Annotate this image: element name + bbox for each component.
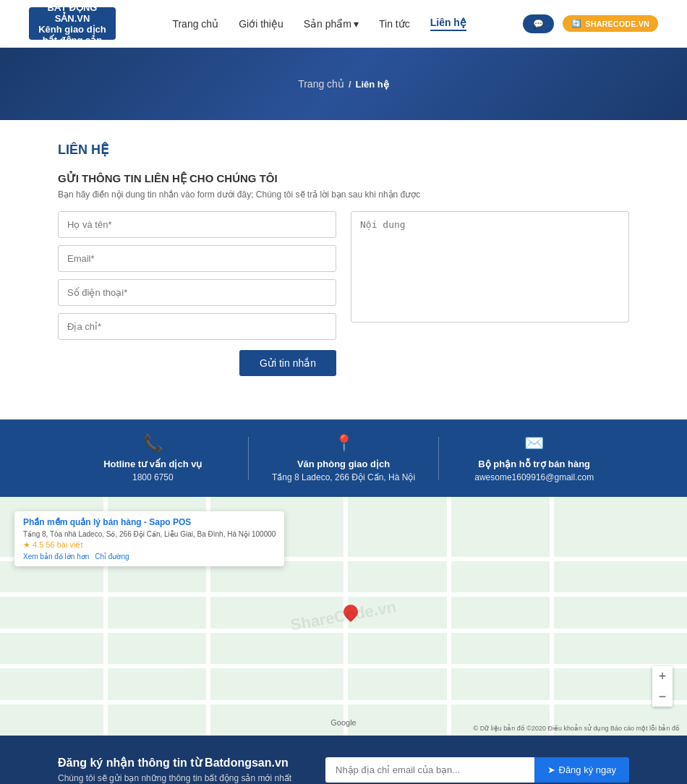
site-logo[interactable]: BẤT ĐỘNG SẢN.VN Kênh giao dịch bất động … <box>29 7 116 40</box>
newsletter-section: Đăng ký nhận thông tin từ Batdongsan.vn … <box>0 736 687 784</box>
map-link-larger[interactable]: Xem bản đồ lớn hơn <box>23 553 89 561</box>
map-zoom-out[interactable]: − <box>652 686 673 707</box>
email-input[interactable] <box>58 245 336 272</box>
info-strip: 📞 Hotline tư vấn dịch vụ 1800 6750 📍 Văn… <box>0 419 687 497</box>
google-logo: Google <box>330 718 356 727</box>
support-email: awesome1609916@gmail.com <box>439 472 629 482</box>
chevron-down-icon: ▾ <box>354 18 359 30</box>
map-zoom-in[interactable]: + <box>652 666 673 686</box>
contact-form-desc: Bạn hãy điền nội dung tin nhắn vào form … <box>58 189 629 200</box>
email-icon: ✉️ <box>439 434 629 453</box>
page-title: LIÊN HỆ <box>58 142 629 158</box>
office-title: Văn phòng giao dịch <box>249 459 439 469</box>
form-right <box>351 211 629 376</box>
map-copyright: © Dữ liệu bản đồ ©2020 Điều khoản sử dụn… <box>474 725 680 732</box>
newsletter-form: ➤ Đăng ký ngay <box>325 757 629 783</box>
contact-section: GỬI THÔNG TIN LIÊN HỆ CHO CHÚNG TÔI Bạn … <box>58 172 629 376</box>
map-container[interactable]: ShareCode.vn Phần mềm quản lý bán hàng -… <box>0 497 687 736</box>
nav-san-pham[interactable]: Sản phẩm ▾ <box>304 18 359 30</box>
map-rating: ★ 4.5 56 bài viết <box>23 540 276 550</box>
header-right: 💬 🔄 SHARECODE.VN <box>523 14 658 33</box>
support-title: Bộ phận hỗ trợ bán hàng <box>439 459 629 469</box>
hero-banner: Trang chủ / Liên hệ <box>0 48 687 120</box>
send-icon: ➤ <box>547 764 555 775</box>
hotline-number: 1800 6750 <box>58 472 248 482</box>
star-icon: ★ <box>23 540 30 549</box>
newsletter-desc: Chúng tôi sẽ gửi bạn những thông tin bất… <box>58 773 291 783</box>
address-input[interactable] <box>58 313 336 340</box>
map-zoom-controls: + − <box>652 666 673 707</box>
sharecode-badge: 🔄 SHARECODE.VN <box>563 15 658 32</box>
reviews-count: 56 bài viết <box>46 540 82 549</box>
map-bg: ShareCode.vn Phần mềm quản lý bán hàng -… <box>0 497 687 736</box>
nav-trang-chu[interactable]: Trang chủ <box>172 18 218 30</box>
newsletter-text: Đăng ký nhận thông tin từ Batdongsan.vn … <box>58 756 291 783</box>
breadcrumb-current: Liên hệ <box>356 79 389 90</box>
sharecode-icon: 🔄 <box>571 19 581 28</box>
phone-input[interactable] <box>58 279 336 306</box>
logo-area: BẤT ĐỘNG SẢN.VN Kênh giao dịch bất động … <box>29 7 116 40</box>
map-info-box: Phần mềm quản lý bán hàng - Sapo POS Tần… <box>14 511 284 566</box>
breadcrumb-home[interactable]: Trang chủ <box>298 78 344 90</box>
header: BẤT ĐỘNG SẢN.VN Kênh giao dịch bất động … <box>0 0 687 48</box>
hotline-info: 📞 Hotline tư vấn dịch vụ 1800 6750 <box>58 434 248 482</box>
chat-button[interactable]: 💬 <box>523 14 554 33</box>
rating-value: 4.5 <box>33 540 43 549</box>
logo-text: BẤT ĐỘNG SẢN.VN <box>48 2 98 24</box>
nav-tin-tuc[interactable]: Tin tức <box>379 18 410 30</box>
nav-lien-he[interactable]: Liên hệ <box>430 17 466 31</box>
map-place-address: Tầng 8, Tòa nhà Ladeco, Số, 266 Đội Cấn,… <box>23 530 276 538</box>
breadcrumb-separator: / <box>349 79 351 90</box>
main-nav: Trang chủ Giới thiệu Sản phẩm ▾ Tin tức … <box>172 17 466 31</box>
newsletter-submit-button[interactable]: ➤ Đăng ký ngay <box>534 757 630 783</box>
map-link-directions[interactable]: Chỉ đường <box>95 553 129 561</box>
full-name-input[interactable] <box>58 211 336 238</box>
newsletter-btn-label: Đăng ký ngay <box>559 764 617 775</box>
nav-gioi-thieu[interactable]: Giới thiệu <box>239 18 283 30</box>
logo-sub: Kênh giao dịch bất động sản <box>38 24 106 46</box>
support-info: ✉️ Bộ phận hỗ trợ bán hàng awesome160991… <box>439 434 629 482</box>
road-v4 <box>447 497 451 736</box>
form-left: Gửi tin nhắn <box>58 211 336 376</box>
form-layout: Gửi tin nhắn <box>58 211 629 376</box>
newsletter-title: Đăng ký nhận thông tin từ Batdongsan.vn <box>58 756 291 770</box>
form-bottom-row: Gửi tin nhắn <box>58 347 336 376</box>
office-info: 📍 Văn phòng giao dịch Tầng 8 Ladeco, 266… <box>249 434 439 482</box>
submit-button[interactable]: Gửi tin nhắn <box>239 350 336 376</box>
breadcrumb: Trang chủ / Liên hệ <box>298 78 389 90</box>
road-v5 <box>550 497 554 736</box>
contact-form-title: GỬI THÔNG TIN LIÊN HỆ CHO CHÚNG TÔI <box>58 172 629 185</box>
newsletter-email-input[interactable] <box>325 757 534 783</box>
map-place-name: Phần mềm quản lý bán hàng - Sapo POS <box>23 517 276 527</box>
phone-icon: 📞 <box>58 434 248 453</box>
hotline-title: Hotline tư vấn dịch vụ <box>58 459 248 469</box>
map-actions: Xem bản đồ lớn hơn Chỉ đường <box>23 553 276 561</box>
chat-icon: 💬 <box>533 19 544 29</box>
office-address: Tầng 8 Ladeco, 266 Đội Cấn, Hà Nội <box>249 472 439 482</box>
location-icon: 📍 <box>249 434 439 453</box>
content-textarea[interactable] <box>351 211 629 323</box>
main-content: LIÊN HỆ GỬI THÔNG TIN LIÊN HỆ CHO CHÚNG … <box>0 120 687 419</box>
